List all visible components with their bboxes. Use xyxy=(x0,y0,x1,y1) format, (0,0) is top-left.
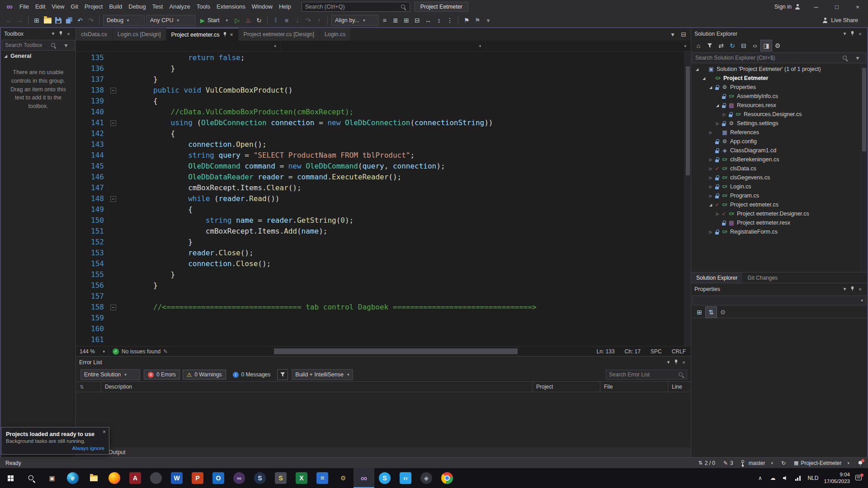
expander-icon[interactable]: ◢ xyxy=(701,76,707,80)
align-left-icon[interactable]: ≡ xyxy=(379,15,390,26)
member-dropdown[interactable]: ▾ xyxy=(486,41,691,51)
code-text[interactable]: reader.Close(); xyxy=(118,248,254,258)
menu-tools[interactable]: Tools xyxy=(193,0,213,14)
error-list-header[interactable]: Error List ▾× xyxy=(76,357,691,368)
code-line[interactable]: 157 xyxy=(76,291,684,302)
collapse-icon[interactable]: − xyxy=(110,196,116,202)
collapse-icon[interactable]: − xyxy=(110,305,116,310)
search-icon[interactable] xyxy=(840,52,850,63)
tree-item[interactable]: C#AssemblyInfo.cs xyxy=(691,92,861,101)
code-text[interactable]: } xyxy=(118,280,158,291)
expander-icon[interactable]: ▷ xyxy=(708,167,714,171)
tree-item[interactable]: ▷▦References xyxy=(691,128,861,137)
tree-item[interactable]: ▷C#clsBerekeningen.cs xyxy=(691,155,861,164)
code-text[interactable]: cmBoxRecept.Items.Add(name); xyxy=(118,226,327,237)
line-number[interactable]: 146 xyxy=(76,172,108,183)
tab-project-eetmeter-cs[interactable]: Project eetmeter.cs× xyxy=(166,28,239,41)
expander-icon[interactable]: ▷ xyxy=(714,212,721,216)
taskbar-icon-visual-studio[interactable]: ∞ xyxy=(354,468,374,488)
line-number[interactable]: 150 xyxy=(76,215,108,226)
error-scope-dropdown[interactable]: Entire Solution ▾ xyxy=(80,369,140,380)
class-dropdown[interactable]: ▾ xyxy=(281,41,486,51)
taskbar-icon-sql-server[interactable]: S xyxy=(270,468,291,488)
tree-item[interactable]: ▷⚙Settings.settings xyxy=(691,119,861,128)
expander-icon[interactable]: ▷ xyxy=(708,230,714,234)
se-filter-icon[interactable] xyxy=(704,40,715,51)
tree-item[interactable]: ◢✓C#Project eetmeter.cs xyxy=(691,200,861,209)
taskbar-icon-skype[interactable]: S xyxy=(374,468,395,488)
line-number[interactable]: 135 xyxy=(76,52,108,63)
line-number[interactable]: 151 xyxy=(76,226,108,237)
tree-item[interactable]: ▷C#Program.cs xyxy=(691,191,861,200)
break-all-icon[interactable]: ‖ xyxy=(270,15,281,26)
tab-git-changes[interactable]: Git Changes xyxy=(742,272,783,283)
eol-indicator[interactable]: CRLF xyxy=(667,348,691,355)
menu-file[interactable]: File xyxy=(16,0,32,14)
volume-icon[interactable] xyxy=(781,474,789,482)
code-line[interactable]: 140 //cData.VulComboBoxProducten(cmBoxRe… xyxy=(76,107,684,117)
code-line[interactable]: 148− while (reader.Read()) xyxy=(76,193,684,204)
run-without-debug-icon[interactable]: ▷ xyxy=(232,15,243,26)
tree-item[interactable]: ◈ClassDiagram1.cd xyxy=(691,146,861,155)
taskbar-icon-powerpoint[interactable]: P xyxy=(187,468,208,488)
git-repo-selector[interactable]: ▦ Project-Eetmeter ▾ xyxy=(794,460,849,466)
open-file-icon[interactable] xyxy=(42,15,53,26)
scrollbar-thumb[interactable] xyxy=(862,68,866,151)
code-line[interactable]: 149 { xyxy=(76,204,684,215)
code-line[interactable]: 144 string query = "SELECT ProductNaam F… xyxy=(76,150,684,161)
expander-icon[interactable]: ◢ xyxy=(694,67,700,71)
expander-icon[interactable]: ▷ xyxy=(708,176,714,180)
menu-help[interactable]: Help xyxy=(276,0,294,14)
se-properties-icon[interactable]: ⚙ xyxy=(772,40,783,51)
always-ignore-link[interactable]: Always ignore xyxy=(6,446,104,451)
code-text[interactable]: string query = "SELECT ProductNaam FROM … xyxy=(118,150,415,161)
collapse-icon[interactable]: − xyxy=(110,88,116,94)
pending-edits-status[interactable]: ✎ 3 xyxy=(723,460,733,466)
code-text[interactable]: //cData.VulComboBoxProducten(cmBoxRecept… xyxy=(118,107,354,117)
properties-header[interactable]: Properties ▾× xyxy=(691,283,867,295)
bookmark-icon[interactable]: ⚑ xyxy=(461,15,472,26)
code-text[interactable]: while (reader.Read()) xyxy=(118,193,279,204)
sign-in-button[interactable]: Sign in xyxy=(769,4,806,10)
code-line[interactable]: 152 } xyxy=(76,237,684,248)
code-text[interactable]: OleDbDataReader reader = command.Execute… xyxy=(118,172,401,183)
menu-git[interactable]: Git xyxy=(67,0,81,14)
expander-icon[interactable]: ▷ xyxy=(714,122,721,126)
hot-reload-icon[interactable]: ♨ xyxy=(243,15,254,26)
taskbar-icon-telegram[interactable]: ◈ xyxy=(416,468,437,488)
line-number[interactable]: 157 xyxy=(76,291,108,302)
pin-icon[interactable] xyxy=(849,285,856,293)
file-column-header[interactable]: File xyxy=(600,382,668,392)
tab-clsdata-cs[interactable]: clsData.cs xyxy=(76,28,113,41)
expander-icon[interactable]: ▷ xyxy=(708,194,714,198)
chevron-down-icon[interactable]: ▾ xyxy=(49,30,57,38)
categorized-icon[interactable]: ⊞ xyxy=(694,307,705,318)
quick-search-input[interactable]: Search (Ctrl+Q) xyxy=(302,2,410,12)
solution-explorer-scrollbar[interactable] xyxy=(861,64,867,272)
filter-icon[interactable] xyxy=(277,369,288,380)
code-text[interactable]: { xyxy=(118,204,193,215)
bookmark-menu-icon[interactable]: ▾ xyxy=(483,15,494,26)
step-out-icon[interactable]: ↑ xyxy=(314,15,325,26)
taskbar-clock[interactable]: 9:04 17/05/2023 xyxy=(824,471,850,485)
restart-icon[interactable]: ↻ xyxy=(254,15,264,26)
notifications-button[interactable] xyxy=(858,460,863,466)
description-column-header[interactable]: Description xyxy=(101,382,533,392)
taskbar-icon-edge[interactable]: e xyxy=(62,468,83,488)
taskbar-icon-chrome[interactable] xyxy=(437,468,458,488)
taskbar-icon-settings[interactable]: ⚙ xyxy=(333,468,354,488)
tree-item[interactable]: ▷C#RegistratieForm.cs xyxy=(691,227,861,236)
health-indicator[interactable]: ✓ No issues found ✎ xyxy=(108,348,171,355)
pin-icon[interactable] xyxy=(223,32,227,37)
tab-solution-explorer[interactable]: Solution Explorer xyxy=(691,272,742,283)
line-number[interactable]: 140 xyxy=(76,107,108,117)
expander-icon[interactable]: ▷ xyxy=(708,131,714,135)
line-number[interactable]: 141 xyxy=(76,117,108,128)
align-middles-icon[interactable]: ⊟ xyxy=(412,15,423,26)
code-line[interactable]: 158− //<=============================== … xyxy=(76,302,684,313)
close-icon[interactable]: × xyxy=(847,0,868,14)
code-text[interactable]: } xyxy=(118,63,175,74)
prev-bookmark-icon[interactable]: ⚑ xyxy=(472,15,483,26)
tab-project-eetmeter-cs-design-[interactable]: Project eetmeter.cs [Design] xyxy=(239,28,320,41)
line-number[interactable]: 143 xyxy=(76,139,108,150)
